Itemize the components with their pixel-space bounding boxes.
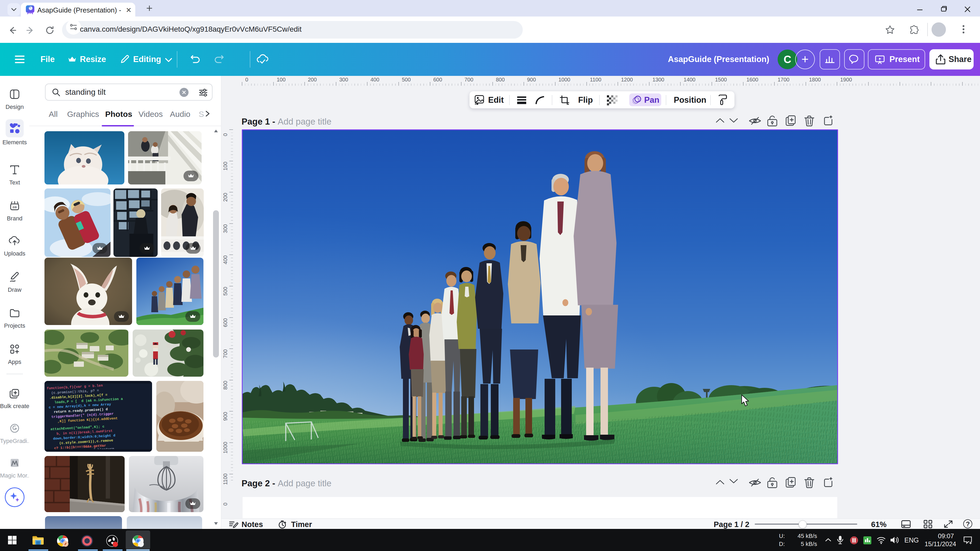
svg-text:co: co	[13, 205, 16, 209]
